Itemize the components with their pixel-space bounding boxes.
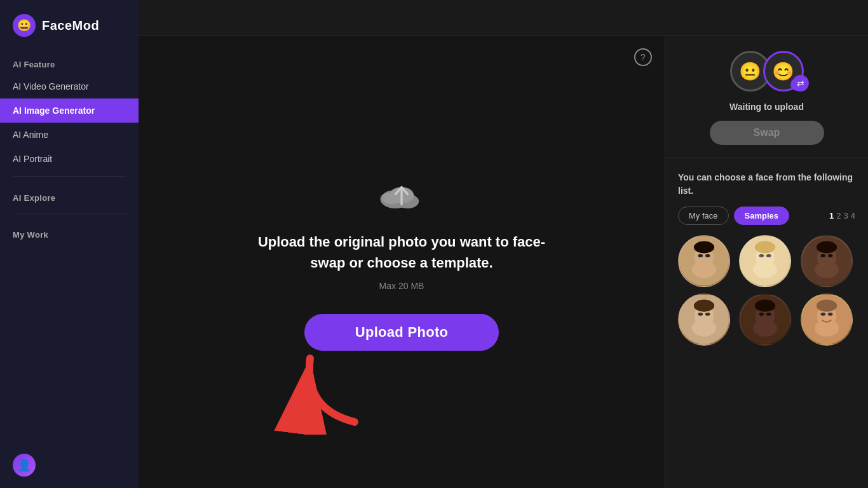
svg-point-29 [705, 313, 710, 316]
help-icon[interactable]: ? [634, 48, 652, 66]
svg-point-27 [694, 300, 714, 312]
section-ai-explore: AI Explore [0, 182, 139, 208]
svg-point-17 [766, 254, 771, 257]
section-ai-feature: AI Feature [0, 48, 139, 74]
sidebar-item-ai-portrait[interactable]: AI Portrait [0, 147, 139, 171]
swap-arrows-badge: ⇄ [792, 75, 809, 92]
waiting-text: Waiting to upload [729, 102, 804, 112]
face-sample-5[interactable] [739, 294, 791, 346]
svg-point-39 [816, 300, 836, 312]
sidebar-item-ai-image-generator[interactable]: AI Image Generator [0, 98, 139, 123]
face-page-numbers: 1 2 3 4 [829, 211, 855, 220]
svg-point-15 [755, 241, 775, 254]
swap-button[interactable]: Swap [710, 121, 824, 145]
right-panel: 😐 😊 + ⇄ Waiting to upload Swap You can c… [665, 36, 868, 488]
upload-photo-button[interactable]: Upload Photo [304, 314, 499, 351]
sidebar-item-ai-anime[interactable]: AI Anime [0, 123, 139, 147]
sidebar-item-label: AI Image Generator [13, 105, 95, 116]
svg-point-33 [755, 300, 775, 312]
svg-point-21 [816, 241, 836, 254]
sidebar-item-ai-video-generator[interactable]: AI Video Generator [0, 74, 139, 98]
face-tabs: My face Samples 1 2 3 4 [678, 207, 855, 225]
logo-area: 😀 FaceMod [0, 0, 139, 48]
svg-point-28 [698, 313, 703, 316]
face-grid [678, 235, 855, 346]
upload-title: Upload the original photo you want to fa… [243, 231, 560, 273]
svg-point-35 [766, 313, 771, 316]
logo-icon: 😀 [13, 14, 36, 37]
svg-point-41 [828, 313, 833, 316]
face-icons-row: 😐 😊 + ⇄ [730, 51, 804, 92]
svg-point-16 [759, 254, 764, 257]
face-sample-4[interactable] [678, 294, 730, 346]
help-icon-label: ? [641, 52, 646, 62]
upload-zone: ? Upload the original photo you want to … [139, 36, 665, 488]
page-1[interactable]: 1 [829, 211, 834, 220]
svg-point-3 [383, 192, 401, 204]
svg-point-22 [820, 254, 825, 257]
face-sample-3[interactable] [801, 235, 853, 287]
user-profile-area[interactable]: 👤 [0, 442, 139, 488]
sidebar-divider-2 [13, 213, 126, 214]
page-3[interactable]: 3 [844, 211, 848, 220]
face-sample-2[interactable] [739, 235, 791, 287]
svg-point-34 [759, 313, 764, 316]
sidebar-item-label: AI Portrait [13, 154, 52, 164]
svg-point-10 [698, 254, 703, 257]
page-2[interactable]: 2 [836, 211, 841, 220]
svg-point-40 [820, 313, 825, 316]
face-sample-1[interactable] [678, 235, 730, 287]
svg-point-8 [692, 261, 716, 278]
sidebar-item-label: AI Anime [13, 130, 48, 140]
face-selector: You can choose a face from the following… [665, 158, 868, 488]
center-area: ? Upload the original photo you want to … [139, 36, 868, 488]
main-content: ? Upload the original photo you want to … [139, 0, 868, 488]
svg-point-14 [753, 261, 777, 278]
upload-subtitle: Max 20 MB [379, 281, 424, 291]
app-title: FaceMod [42, 18, 99, 33]
face-swap-area: 😐 😊 + ⇄ Waiting to upload Swap [665, 36, 868, 158]
page-4[interactable]: 4 [851, 211, 855, 220]
face-selector-title: You can choose a face from the following… [678, 171, 855, 198]
tab-my-face[interactable]: My face [678, 207, 729, 225]
face-sample-6[interactable] [801, 294, 853, 346]
sidebar: 😀 FaceMod AI Feature AI Video Generator … [0, 0, 139, 488]
section-my-work: My Work [0, 219, 139, 245]
svg-point-23 [828, 254, 833, 257]
topbar [139, 0, 868, 36]
sidebar-item-label: AI Video Generator [13, 81, 89, 92]
svg-point-20 [815, 261, 839, 278]
tab-samples[interactable]: Samples [734, 207, 789, 225]
svg-point-9 [694, 241, 714, 254]
svg-point-32 [753, 320, 777, 337]
cloud-upload-icon [376, 173, 427, 231]
svg-point-11 [705, 254, 710, 257]
sidebar-divider [13, 176, 126, 177]
user-avatar: 👤 [13, 454, 36, 477]
svg-point-26 [692, 320, 716, 337]
